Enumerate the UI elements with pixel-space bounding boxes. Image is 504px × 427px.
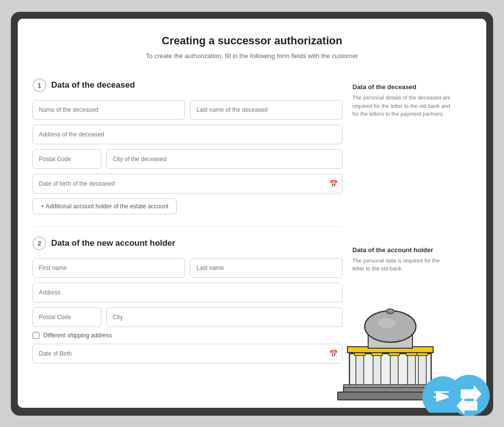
deceased-city-input[interactable] (106, 149, 343, 169)
add-holder-button[interactable]: + Additional account holder of the estat… (32, 198, 177, 214)
holder-lastname-field (190, 258, 343, 278)
section1-number: 1 (32, 78, 46, 92)
section-divider (32, 226, 343, 227)
holder-address-row (32, 283, 343, 302)
holder-dob-input[interactable] (32, 344, 343, 363)
deceased-firstname-input[interactable] (32, 100, 185, 120)
page-title: Creating a successor authorization (28, 34, 476, 47)
form-section: 1 Data of the deceased (32, 78, 343, 375)
different-shipping-label: Different shipping address (43, 332, 112, 339)
holder-firstname-field (32, 258, 185, 278)
holder-lastname-input[interactable] (190, 258, 343, 278)
different-shipping-checkbox[interactable] (32, 332, 39, 339)
svg-rect-1 (338, 392, 443, 400)
deceased-postal-input[interactable] (32, 149, 101, 169)
add-holder-label: + Additional account holder of the estat… (41, 203, 168, 210)
sidebar-section2-title: Data of the account holder (352, 246, 451, 254)
deceased-city-field (106, 149, 343, 169)
deceased-name-row (32, 100, 343, 120)
holder-postal-field (32, 307, 101, 327)
sidebar: Data of the deceased The personal detail… (352, 78, 451, 375)
deceased-dob-row: 📅 (32, 174, 343, 194)
holder-city-input[interactable] (106, 307, 343, 327)
deceased-firstname-field (32, 100, 185, 120)
deceased-lastname-input[interactable] (190, 100, 343, 120)
outer-wrapper: Creating a successor authorization To cr… (11, 12, 493, 416)
holder-name-row (32, 258, 343, 278)
deceased-address-row (32, 125, 343, 144)
holder-firstname-input[interactable] (32, 258, 185, 278)
holder-address-field (32, 283, 343, 302)
holder-location-row (32, 307, 343, 327)
sidebar-section1-title: Data of the deceased (352, 83, 451, 91)
shipping-address-row: Different shipping address (32, 332, 343, 339)
card-header: Creating a successor authorization To cr… (18, 19, 486, 69)
holder-dob-row: 📅 (32, 344, 343, 363)
holder-city-field (106, 307, 343, 327)
main-card: Creating a successor authorization To cr… (18, 19, 486, 408)
deceased-address-field (32, 125, 343, 144)
section2-title: Data of the new account holder (51, 238, 175, 248)
page-subtitle: To create the authorization, fill in the… (28, 51, 476, 61)
sidebar-section2-text: The personal data is required for the le… (352, 257, 451, 273)
section-account-holder: 2 Data of the new account holder (32, 236, 343, 363)
deceased-location-row (32, 149, 343, 169)
holder-address-input[interactable] (32, 283, 343, 302)
deceased-dob-field: 📅 (32, 174, 343, 194)
deceased-dob-input[interactable] (32, 174, 343, 194)
section1-title: Data of the deceased (51, 80, 135, 90)
sidebar-section1-info: Data of the deceased The personal detail… (352, 83, 451, 118)
section1-header: 1 Data of the deceased (32, 78, 343, 92)
deceased-address-input[interactable] (32, 125, 343, 144)
holder-dob-field: 📅 (32, 344, 343, 363)
sidebar-section1-text: The personal details of the deceased are… (352, 94, 451, 118)
holder-postal-input[interactable] (32, 307, 101, 327)
sidebar-section2-info: Data of the account holder The personal … (352, 246, 451, 273)
deceased-lastname-field (190, 100, 343, 120)
section2-header: 2 Data of the new account holder (32, 236, 343, 250)
section2-number: 2 (32, 236, 46, 250)
content-area: 1 Data of the deceased (18, 68, 486, 390)
section-deceased: 1 Data of the deceased (32, 78, 343, 214)
deceased-postal-field (32, 149, 101, 169)
